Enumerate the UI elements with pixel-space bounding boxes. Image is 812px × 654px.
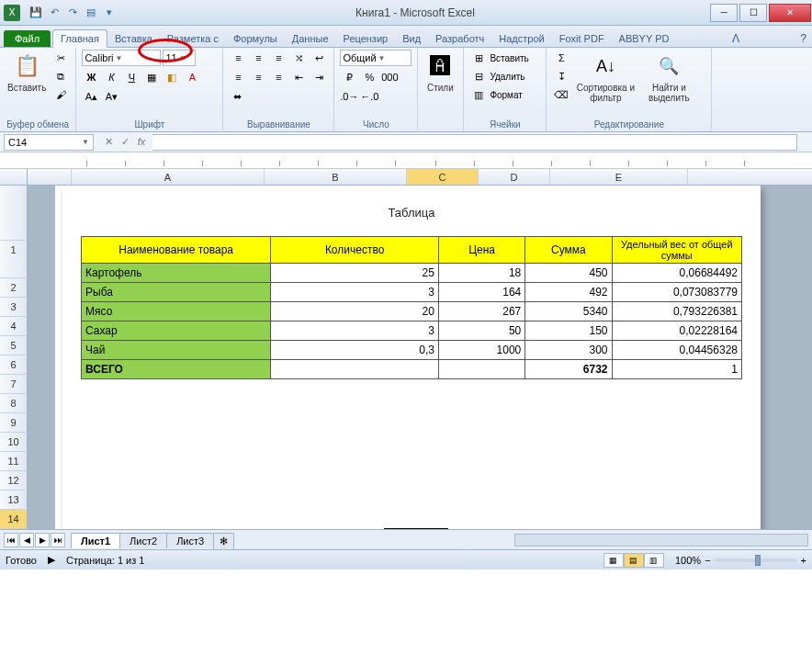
- cell-name[interactable]: Чай: [82, 341, 271, 360]
- cell-sum[interactable]: 150: [525, 321, 612, 341]
- cell-price[interactable]: 164: [438, 283, 524, 302]
- view-pagebreak[interactable]: ▥: [644, 553, 664, 568]
- row-header-11[interactable]: 11: [0, 452, 28, 471]
- header-price[interactable]: Цена: [438, 237, 524, 264]
- orientation-button[interactable]: ⤭: [289, 50, 308, 66]
- sheet-nav-prev[interactable]: ◀: [19, 533, 34, 547]
- cancel-formula-icon[interactable]: ✕: [101, 136, 116, 148]
- view-normal[interactable]: ▦: [603, 553, 624, 568]
- fill-color-button[interactable]: ◧: [163, 69, 181, 85]
- cell-sum[interactable]: 450: [525, 264, 612, 283]
- font-color-button[interactable]: A: [183, 69, 201, 85]
- close-button[interactable]: ✕: [769, 4, 811, 22]
- header-qty[interactable]: Количество: [271, 237, 439, 264]
- decrease-indent-button[interactable]: ⇤: [289, 69, 308, 85]
- zoom-out-button[interactable]: −: [705, 555, 710, 566]
- tab-data[interactable]: Данные: [285, 30, 336, 47]
- file-tab[interactable]: Файл: [4, 30, 51, 47]
- total-sum[interactable]: 6732: [525, 360, 612, 379]
- tab-home[interactable]: Главная: [52, 29, 107, 48]
- col-header-d[interactable]: D: [479, 169, 550, 185]
- data-table[interactable]: Наименование товара Количество Цена Сумм…: [81, 236, 742, 379]
- align-middle-button[interactable]: ≡: [249, 50, 267, 66]
- font-size-combo[interactable]: 11▼: [163, 50, 196, 66]
- fill-icon[interactable]: ↧: [552, 68, 570, 85]
- row-header-13[interactable]: 13: [0, 490, 28, 510]
- sheet-tab-new[interactable]: ✻: [213, 533, 234, 549]
- cell-sum[interactable]: 492: [525, 283, 612, 302]
- align-top-button[interactable]: ≡: [229, 50, 247, 66]
- row-header-8[interactable]: 8: [0, 394, 28, 413]
- clear-icon[interactable]: ⌫: [552, 86, 570, 103]
- cut-icon[interactable]: ✂: [51, 50, 70, 66]
- header-sum[interactable]: Сумма: [525, 237, 612, 264]
- tab-abbyy[interactable]: ABBYY PD: [612, 30, 677, 47]
- row-header-1[interactable]: 1: [0, 241, 28, 278]
- cell-sum[interactable]: 5340: [525, 302, 612, 321]
- styles-button[interactable]: 🅰 Стили: [423, 50, 457, 95]
- cell-name[interactable]: Мясо: [82, 302, 271, 321]
- copy-icon[interactable]: ⧉: [51, 68, 70, 85]
- grow-font-button[interactable]: A▴: [82, 88, 100, 105]
- increase-decimal-button[interactable]: .0→: [340, 88, 358, 105]
- percent-button[interactable]: %: [360, 69, 378, 85]
- delete-cells-label[interactable]: Удалить: [490, 72, 524, 82]
- tab-formulas[interactable]: Формулы: [226, 30, 285, 47]
- zoom-value[interactable]: 100%: [675, 555, 701, 566]
- align-left-button[interactable]: ≡: [229, 69, 247, 85]
- italic-button[interactable]: К: [102, 69, 120, 85]
- tab-pagelayout[interactable]: Разметка с: [160, 30, 226, 47]
- total-price[interactable]: [438, 360, 524, 379]
- tab-view[interactable]: Вид: [395, 30, 428, 47]
- row-header-12[interactable]: 12: [0, 471, 28, 490]
- cell-sum[interactable]: 300: [525, 341, 612, 360]
- total-qty[interactable]: [271, 360, 439, 379]
- name-box[interactable]: C14▼: [4, 134, 94, 151]
- decrease-decimal-button[interactable]: ←.0: [360, 88, 378, 105]
- row-header-4[interactable]: 4: [0, 317, 28, 336]
- enter-formula-icon[interactable]: ✓: [118, 136, 132, 148]
- undo-icon[interactable]: ↶: [46, 5, 62, 21]
- bold-button[interactable]: Ж: [82, 69, 100, 85]
- col-header-a[interactable]: A: [72, 169, 265, 185]
- row-header-5[interactable]: 5: [0, 336, 28, 355]
- cell-price[interactable]: 267: [438, 302, 524, 321]
- increase-indent-button[interactable]: ⇥: [310, 69, 328, 85]
- cell-share[interactable]: 0,793226381: [612, 302, 741, 321]
- shrink-font-button[interactable]: A▾: [102, 88, 120, 105]
- font-name-combo[interactable]: Calibri▼: [82, 50, 161, 66]
- align-right-button[interactable]: ≡: [269, 69, 288, 85]
- row-header-2[interactable]: 2: [0, 278, 28, 298]
- tab-developer[interactable]: Разработч: [428, 30, 491, 47]
- formula-input[interactable]: [152, 134, 797, 151]
- row-header-6[interactable]: 6: [0, 355, 28, 375]
- find-select-button[interactable]: 🔍 Найти и выделить: [640, 50, 697, 105]
- fx-icon[interactable]: fx: [134, 136, 149, 148]
- insert-cells-label[interactable]: Вставить: [490, 53, 528, 63]
- number-format-combo[interactable]: Общий▼: [340, 50, 412, 66]
- help-icon[interactable]: ?: [795, 30, 812, 47]
- underline-button[interactable]: Ч: [122, 69, 141, 85]
- zoom-slider[interactable]: [715, 558, 797, 562]
- maximize-button[interactable]: ☐: [739, 4, 767, 22]
- tab-insert[interactable]: Вставка: [107, 30, 160, 47]
- cell-share[interactable]: 0,073083779: [612, 283, 741, 302]
- cell-share[interactable]: 0,04456328: [612, 341, 741, 360]
- sort-filter-button[interactable]: A↓ Сортировка и фильтр: [574, 50, 637, 105]
- zoom-in-button[interactable]: +: [801, 555, 806, 566]
- view-pagelayout[interactable]: ▤: [624, 553, 644, 568]
- cell-name[interactable]: Сахар: [82, 321, 271, 341]
- format-cells-icon[interactable]: ▥: [469, 86, 488, 103]
- row-header-7[interactable]: 7: [0, 375, 28, 394]
- save-icon[interactable]: 💾: [28, 5, 44, 21]
- minimize-ribbon-icon[interactable]: ᐱ: [727, 30, 745, 47]
- header-share[interactable]: Удельный вес от общей суммы: [612, 237, 741, 264]
- align-bottom-button[interactable]: ≡: [269, 50, 288, 66]
- cell-qty[interactable]: 0,3: [271, 341, 439, 360]
- cell-qty[interactable]: 25: [271, 264, 439, 283]
- col-header-b[interactable]: B: [265, 169, 407, 185]
- cell-name[interactable]: Рыба: [82, 283, 271, 302]
- cell-share[interactable]: 0,06684492: [612, 264, 741, 283]
- row-header-9[interactable]: 9: [0, 413, 28, 433]
- select-all-corner[interactable]: [0, 169, 28, 185]
